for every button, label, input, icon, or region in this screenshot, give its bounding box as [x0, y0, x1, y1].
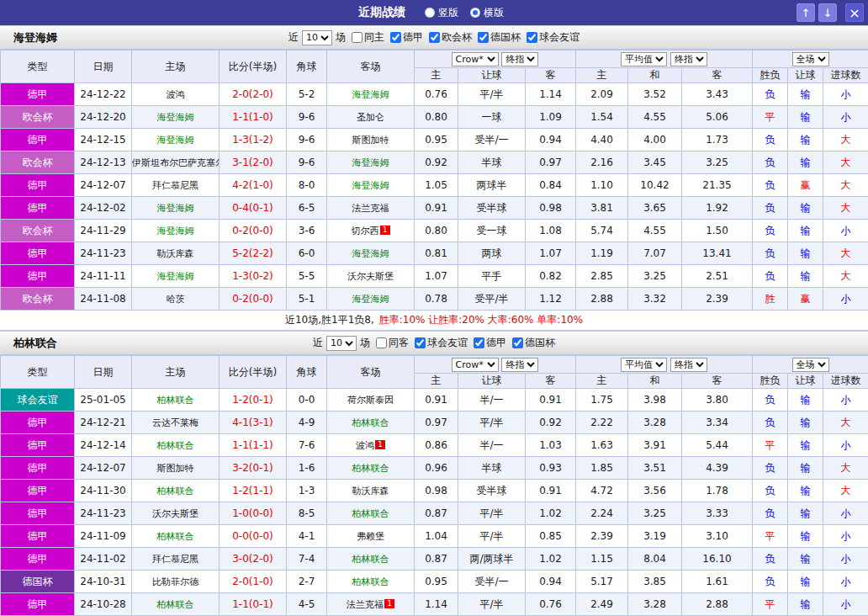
checkbox-input[interactable] — [352, 32, 363, 43]
europe-stage-select[interactable]: 终指 — [670, 52, 707, 66]
home-team-cell[interactable]: 海登海姆 — [132, 197, 220, 220]
home-team-cell[interactable]: 哈茨 — [132, 288, 220, 311]
home-team-cell[interactable]: 海登海姆 — [132, 106, 220, 129]
away-team-cell[interactable]: 柏林联合 — [327, 548, 415, 571]
score-cell[interactable]: 2-0(2-0) — [220, 83, 287, 106]
filter-checkbox[interactable]: 德甲 — [390, 30, 423, 45]
score-cell[interactable]: 5-2(2-2) — [220, 242, 287, 265]
checkbox-input[interactable] — [429, 32, 440, 43]
away-team-cell[interactable]: 切尔西1 — [327, 220, 415, 242]
home-team-cell[interactable]: 柏林联合 — [132, 389, 220, 412]
home-team-cell[interactable]: 波鸿 — [132, 83, 220, 106]
odds-source-select[interactable]: Crow* — [452, 358, 499, 372]
home-team-cell[interactable]: 海登海姆 — [132, 220, 220, 242]
filter-checkbox[interactable]: 德甲 — [474, 336, 506, 350]
filter-checkbox[interactable]: 同客 — [376, 336, 409, 350]
scope-select[interactable]: 全场 — [792, 52, 829, 66]
score-cell[interactable]: 1-0(0-0) — [220, 502, 287, 525]
score-cell[interactable]: 3-2(0-1) — [220, 457, 287, 480]
europe-stage-select[interactable]: 终指 — [670, 358, 707, 372]
filter-checkbox[interactable]: 欧会杯 — [429, 30, 472, 45]
away-team-cell[interactable]: 荷尔斯泰因 — [327, 389, 415, 412]
home-team-cell[interactable]: 云达不莱梅 — [132, 412, 220, 434]
away-team-cell[interactable]: 柏林联合 — [327, 457, 415, 480]
away-team-cell[interactable]: 柏林联合 — [327, 571, 415, 593]
match-row: 德甲 24-11-23 勒沃库森 5-2(2-2) 6-0 海登海姆 0.81 … — [1, 242, 868, 265]
score-cell[interactable]: 3-0(2-0) — [220, 548, 287, 571]
score-cell[interactable]: 1-3(0-2) — [220, 265, 287, 288]
score-cell[interactable]: 1-2(1-1) — [220, 480, 287, 502]
recent-count-select[interactable]: 10 — [326, 336, 357, 351]
away-team-cell[interactable]: 海登海姆 — [327, 83, 415, 106]
away-team-cell[interactable]: 弗赖堡 — [327, 525, 415, 548]
score-cell[interactable]: 2-0(1-0) — [220, 571, 287, 593]
away-team-cell[interactable]: 海登海姆 — [327, 151, 415, 174]
odds-source-select[interactable]: Crow* — [452, 52, 499, 66]
avg-draw-odds: 3.56 — [628, 480, 682, 502]
score-cell[interactable]: 3-1(2-0) — [220, 151, 287, 174]
away-team-cell[interactable]: 海登海姆 — [327, 174, 415, 197]
away-team-cell[interactable]: 勒沃库森 — [327, 480, 415, 502]
layout-radio-vertical[interactable]: 竖版 — [425, 6, 458, 20]
checkbox-input[interactable] — [478, 32, 489, 43]
score-cell[interactable]: 1-1(1-1) — [220, 434, 287, 457]
home-team-cell[interactable]: 伊斯坦布尔巴萨克塞尔 — [132, 151, 220, 174]
move-down-button[interactable]: ↓ — [818, 3, 837, 22]
scope-select[interactable]: 全场 — [792, 358, 829, 372]
score-cell[interactable]: 4-1(3-1) — [220, 412, 287, 434]
home-team-cell[interactable]: 柏林联合 — [132, 480, 220, 502]
score-cell[interactable]: 1-1(0-1) — [220, 593, 287, 616]
score-cell[interactable]: 1-1(1-0) — [220, 106, 287, 129]
away-team-cell[interactable]: 海登海姆 — [327, 288, 415, 311]
score-cell[interactable]: 0-2(0-0) — [220, 288, 287, 311]
layout-radio-horizontal[interactable]: 横版 — [470, 6, 504, 20]
home-team-cell[interactable]: 柏林联合 — [132, 434, 220, 457]
home-team-cell[interactable]: 柏林联合 — [132, 525, 220, 548]
away-team-cell[interactable]: 柏林联合 — [327, 412, 415, 434]
score-cell[interactable]: 1-2(0-1) — [220, 389, 287, 412]
odds-stage-select[interactable]: 终指 — [501, 358, 538, 372]
away-team-cell[interactable]: 斯图加特 — [327, 129, 415, 151]
filter-checkbox[interactable]: 同主 — [352, 30, 384, 45]
checkbox-input[interactable] — [527, 32, 537, 43]
recent-count-select[interactable]: 10 — [302, 30, 332, 45]
avg-home-odds: 2.16 — [576, 151, 628, 174]
checkbox-input[interactable] — [474, 337, 484, 348]
europe-source-select[interactable]: 平均值 — [621, 358, 667, 372]
checkbox-input[interactable] — [512, 337, 523, 348]
avg-away-odds: 1.50 — [682, 220, 753, 242]
checkbox-input[interactable] — [415, 337, 426, 348]
move-up-button[interactable]: ↑ — [797, 3, 815, 22]
home-team-cell[interactable]: 勒沃库森 — [132, 242, 220, 265]
away-team-name: 海登海姆 — [352, 294, 389, 305]
filter-checkbox[interactable]: 球会友谊 — [415, 336, 468, 350]
away-team-cell[interactable]: 柏林联合 — [327, 502, 415, 525]
score-cell[interactable]: 0-4(0-1) — [220, 197, 287, 220]
filter-checkbox[interactable]: 球会友谊 — [527, 30, 580, 45]
home-team-cell[interactable]: 拜仁慕尼黑 — [132, 174, 220, 197]
checkbox-input[interactable] — [376, 337, 387, 348]
score-cell[interactable]: 0-2(0-0) — [220, 220, 287, 242]
filter-checkbox[interactable]: 德国杯 — [512, 336, 555, 350]
away-team-cell[interactable]: 海登海姆 — [327, 242, 415, 265]
home-team-cell[interactable]: 拜仁慕尼黑 — [132, 548, 220, 571]
away-team-cell[interactable]: 沃尔夫斯堡 — [327, 265, 415, 288]
close-button[interactable]: × — [845, 3, 864, 22]
away-team-cell[interactable]: 波鸿1 — [327, 434, 415, 457]
odds-stage-select[interactable]: 终指 — [501, 52, 538, 66]
score-cell[interactable]: 1-3(1-2) — [220, 129, 287, 151]
europe-source-select[interactable]: 平均值 — [621, 52, 667, 66]
away-team-cell[interactable]: 圣加仑 — [327, 106, 415, 129]
checkbox-input[interactable] — [390, 32, 401, 43]
home-team-cell[interactable]: 柏林联合 — [132, 593, 220, 616]
score-cell[interactable]: 4-2(1-0) — [220, 174, 287, 197]
home-team-cell[interactable]: 斯图加特 — [132, 457, 220, 480]
away-team-cell[interactable]: 法兰克福 — [327, 197, 415, 220]
score-cell[interactable]: 0-0(0-0) — [220, 525, 287, 548]
home-team-cell[interactable]: 比勒菲尔德 — [132, 571, 220, 593]
away-team-cell[interactable]: 法兰克福1 — [327, 593, 415, 616]
home-team-cell[interactable]: 沃尔夫斯堡 — [132, 502, 220, 525]
home-team-cell[interactable]: 海登海姆 — [132, 129, 220, 151]
home-team-cell[interactable]: 海登海姆 — [132, 265, 220, 288]
filter-checkbox[interactable]: 德国杯 — [478, 30, 521, 45]
